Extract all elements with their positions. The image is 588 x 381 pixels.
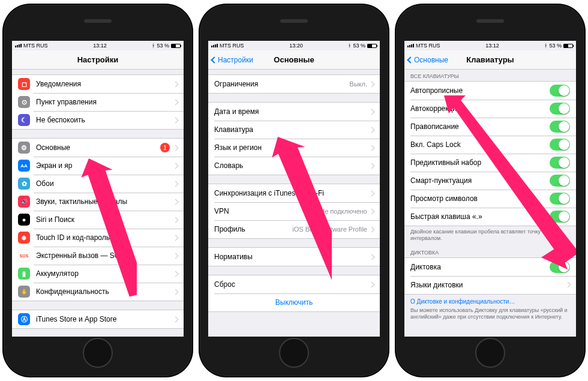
row-siri[interactable]: ●Siri и Поиск [12,211,184,229]
battery-icon [367,44,377,48]
keyboards-list[interactable]: ВСЕ КЛАВИАТУРЫ Автопрописные Автокоррекц… [404,70,576,337]
page-title: Настройки [77,55,119,64]
phone-frame-2: MTS RUS 13:20 ᚼ53 % Настройки Основные О… [200,5,388,376]
fingerprint-icon: ◉ [18,232,30,244]
chevron-right-icon [173,271,179,277]
row-itunes[interactable]: ⒶiTunes Store и App Store [12,310,184,328]
section-footer: Двойное касание клавиши пробела вставляе… [404,226,576,242]
badge: 1 [160,143,170,152]
sos-icon: SOS [18,250,30,262]
page-title: Основные [274,55,314,64]
row-itunes-wifi-sync[interactable]: Синхронизация с iTunes по Wi-Fi [208,184,380,202]
row-smart-punct[interactable]: Смарт-пунктуация [404,172,576,190]
dictation-privacy-link[interactable]: О Диктовке и конфиденциальности… [404,295,576,305]
chevron-right-icon [173,199,179,205]
row-privacy[interactable]: ✋Конфиденциальность [12,283,184,301]
wallpaper-icon: ✿ [18,178,30,190]
nav-bar: Настройки [12,50,184,70]
row-battery[interactable]: ▮Аккумулятор [12,265,184,283]
chevron-right-icon [369,190,375,196]
chevron-right-icon [565,282,571,288]
chevron-right-icon [369,281,375,287]
toggle[interactable] [550,85,570,97]
chevron-right-icon [173,117,179,123]
row-language-region[interactable]: Язык и регион [208,139,380,157]
row-general[interactable]: ⚙Основные1 [12,139,184,157]
chevron-right-icon [369,208,375,214]
toggle[interactable] [550,211,570,223]
battery-icon [171,44,181,48]
nav-bar: Основные Клавиатуры [404,50,576,70]
toggle[interactable] [550,121,570,133]
screen-2: MTS RUS 13:20 ᚼ53 % Настройки Основные О… [208,41,380,337]
row-shut-down[interactable]: Выключить [208,293,380,311]
row-touchid[interactable]: ◉Touch ID и код-пароль [12,229,184,247]
row-regulatory[interactable]: Нормативы [208,248,380,266]
control-center-icon: ⊙ [18,96,30,108]
row-dnd[interactable]: ☾Не беспокоить [12,111,184,129]
row-date-time[interactable]: Дата и время [208,103,380,121]
bluetooth-icon: ᚼ [544,43,547,49]
row-reset[interactable]: Сброс [208,275,380,293]
row-auto-correct[interactable]: Автокоррекция [404,100,576,118]
row-auto-caps[interactable]: Автопрописные [404,82,576,100]
toggle[interactable] [550,139,570,151]
row-dictation-langs[interactable]: Языки диктовки [404,276,576,294]
row-caps-lock[interactable]: Вкл. Caps Lock [404,136,576,154]
toggle[interactable] [550,157,570,169]
row-display[interactable]: AAЭкран и яр [12,157,184,175]
chevron-right-icon [173,163,179,169]
chevron-right-icon [173,145,179,151]
row-dictation[interactable]: Диктовка [404,258,576,276]
section-header: ДИКТОВКА [404,246,576,257]
signal-icon [15,44,22,47]
notifications-icon: ◻ [18,78,30,90]
sounds-icon: 🔊 [18,196,30,208]
chevron-right-icon [173,253,179,259]
row-char-preview[interactable]: Просмотр символов [404,190,576,208]
chevron-right-icon [173,217,179,223]
toggle[interactable] [550,193,570,205]
row-restrictions[interactable]: ОграниченияВыкл. [208,75,380,93]
signal-icon [211,44,218,47]
toggle[interactable] [550,103,570,115]
nav-bar: Настройки Основные [208,50,380,70]
appstore-icon: Ⓐ [18,313,30,325]
toggle[interactable] [550,175,570,187]
battery-pct: 53 % [549,43,562,49]
row-sos[interactable]: SOSЭкстренный вызов — SOS [12,247,184,265]
chevron-right-icon [369,109,375,115]
row-notifications[interactable]: ◻Уведомления [12,75,184,93]
moon-icon: ☾ [18,114,30,126]
chevron-right-icon [173,181,179,187]
row-control-center[interactable]: ⊙Пункт управления [12,93,184,111]
row-dictionary[interactable]: Словарь [208,157,380,175]
status-bar: MTS RUS 13:12 ᚼ53 % [404,41,576,50]
chevron-right-icon [173,289,179,295]
status-time: 13:12 [485,43,499,49]
status-bar: MTS RUS 13:20 ᚼ53 % [208,41,380,50]
battery-pct: 53 % [353,43,365,49]
chevron-right-icon [173,81,179,87]
row-keyboard[interactable]: Клавиатура [208,121,380,139]
battery-row-icon: ▮ [18,268,30,280]
carrier-label: MTS RUS [23,43,48,49]
row-sounds[interactable]: 🔊Звуки, тактильные сигналы [12,193,184,211]
row-predictive[interactable]: Предиктивный набор [404,154,576,172]
settings-list[interactable]: ◻Уведомления ⊙Пункт управления ☾Не беспо… [12,70,184,337]
screen-1: MTS RUS 13:12 ᚼ53 % Настройки ◻Уведомлен… [12,41,184,337]
chevron-right-icon [369,145,375,151]
toggle[interactable] [550,261,570,273]
row-spell-check[interactable]: Правописание [404,118,576,136]
row-vpn[interactable]: VPNНе подключено [208,202,380,220]
display-icon: AA [18,160,30,172]
row-wallpaper[interactable]: ✿Обои [12,175,184,193]
row-period-shortcut[interactable]: Быстрая клавиша «.» [404,208,576,226]
chevron-right-icon [369,226,375,232]
battery-pct: 53 % [157,43,169,49]
row-profile[interactable]: ПрофильiOS Beta Software Profile [208,220,380,238]
status-bar: MTS RUS 13:12 ᚼ53 % [12,41,184,50]
back-button[interactable]: Настройки [212,50,253,69]
general-list[interactable]: ОграниченияВыкл. Дата и время Клавиатура… [208,70,380,337]
back-button[interactable]: Основные [408,50,448,69]
